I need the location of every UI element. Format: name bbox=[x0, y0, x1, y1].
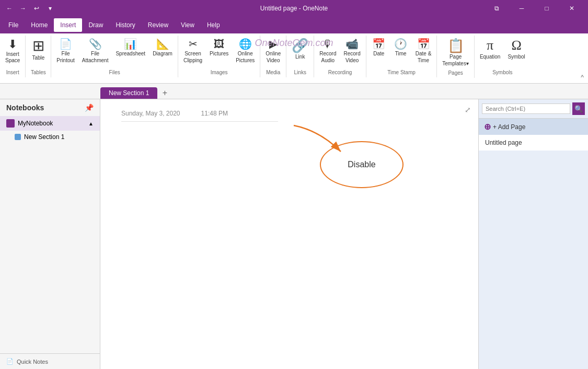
menu-help[interactable]: Help bbox=[201, 18, 226, 32]
ribbon-group-media: ▶ OnlineVideo Media bbox=[260, 36, 286, 77]
restore-button[interactable]: □ bbox=[535, 0, 559, 17]
page-item-untitled[interactable]: Untitled page bbox=[479, 135, 588, 151]
file-attachment-icon: 📎 bbox=[89, 39, 102, 49]
ribbon-group-pages: 📋 PageTemplates▾ Pages bbox=[437, 36, 475, 78]
file-attachment-button[interactable]: 📎 FileAttachment bbox=[79, 37, 112, 66]
time-label: Time bbox=[395, 50, 407, 57]
page-time: 11:48 PM bbox=[201, 110, 228, 117]
files-buttons: 📄 FilePrintout 📎 FileAttachment 📊 Spread… bbox=[53, 37, 176, 68]
screen-clipping-button[interactable]: ✂ ScreenClipping bbox=[180, 37, 205, 66]
section-tab-new-section-1[interactable]: New Section 1 bbox=[100, 87, 157, 99]
forward-button[interactable]: → bbox=[18, 3, 28, 14]
right-panel: 🔍 ⊕ + Add Page Untitled page bbox=[478, 99, 588, 369]
spreadsheet-button[interactable]: 📊 Spreadsheet bbox=[112, 37, 148, 59]
date-button[interactable]: 📅 Date bbox=[368, 37, 389, 59]
quick-notes-icon: 📄 bbox=[6, 358, 14, 365]
back-button[interactable]: ← bbox=[4, 3, 15, 14]
disable-label: Disable bbox=[348, 160, 375, 169]
link-button[interactable]: 🔗 Link bbox=[289, 37, 312, 62]
diagram-button[interactable]: 📐 Diagram bbox=[149, 37, 176, 59]
online-video-button[interactable]: ▶ OnlineVideo bbox=[262, 37, 284, 66]
files-group-label: Files bbox=[107, 68, 122, 76]
search-icon: 🔍 bbox=[574, 105, 583, 113]
undo-button[interactable]: ↩ bbox=[31, 3, 42, 14]
notebooks-title: Notebooks bbox=[6, 103, 44, 112]
title-bar-left: ← → ↩ ▾ bbox=[4, 3, 55, 14]
ribbon-collapse-button[interactable]: ^ bbox=[581, 74, 584, 81]
recording-group-label: Recording bbox=[326, 68, 354, 76]
section-icon bbox=[15, 134, 21, 140]
menu-history[interactable]: History bbox=[109, 18, 141, 32]
file-attachment-label: FileAttachment bbox=[82, 50, 109, 64]
pages-group-label: Pages bbox=[446, 69, 465, 77]
insert-group-label: Insert bbox=[4, 68, 21, 76]
quick-notes-item[interactable]: 📄 Quick Notes bbox=[0, 353, 100, 369]
section-item-new-section-1[interactable]: New Section 1 bbox=[0, 131, 100, 143]
spreadsheet-label: Spreadsheet bbox=[116, 50, 145, 57]
images-buttons: ✂ ScreenClipping 🖼 Pictures 🌐 OnlinePict… bbox=[180, 37, 258, 68]
menu-view[interactable]: View bbox=[175, 18, 201, 32]
file-printout-icon: 📄 bbox=[59, 39, 72, 49]
ribbon-group-tables: ⊞ Table Tables bbox=[26, 36, 51, 77]
record-audio-button[interactable]: 🎙 RecordAudio bbox=[316, 37, 339, 66]
recording-buttons: 🎙 RecordAudio 📹 RecordVideo bbox=[316, 37, 364, 68]
online-pictures-button[interactable]: 🌐 OnlinePictures bbox=[233, 37, 258, 66]
symbols-group-label: Symbols bbox=[490, 68, 514, 76]
menu-insert[interactable]: Insert bbox=[54, 18, 82, 32]
date-icon: 📅 bbox=[372, 39, 385, 49]
close-button[interactable]: ✕ bbox=[560, 0, 584, 17]
search-button[interactable]: 🔍 bbox=[572, 102, 585, 115]
main-layout: Notebooks 📌 MyNotebook ▲ New Section 1 📄… bbox=[0, 99, 588, 369]
date-time-button[interactable]: 📅 Date &Time bbox=[412, 37, 435, 66]
ribbon-group-images: ✂ ScreenClipping 🖼 Pictures 🌐 OnlinePict… bbox=[178, 36, 260, 77]
media-group-label: Media bbox=[264, 68, 282, 76]
add-page-button[interactable]: ⊕ + Add Page bbox=[479, 119, 588, 135]
window-title: Untitled page - OneNote bbox=[260, 5, 328, 12]
ribbon-group-files: 📄 FilePrintout 📎 FileAttachment 📊 Spread… bbox=[51, 36, 178, 77]
ribbon-group-recording: 🎙 RecordAudio 📹 RecordVideo Recording bbox=[314, 36, 366, 77]
images-group-label: Images bbox=[209, 68, 230, 76]
disable-callout: Disable bbox=[320, 141, 403, 188]
spreadsheet-icon: 📊 bbox=[124, 39, 137, 49]
pictures-button[interactable]: 🖼 Pictures bbox=[206, 37, 232, 59]
insert-space-button[interactable]: ⬇ InsertSpace bbox=[2, 37, 23, 66]
equation-label: Equation bbox=[480, 53, 500, 60]
title-bar: ← → ↩ ▾ Untitled page - OneNote ⧉ ─ □ ✕ bbox=[0, 0, 588, 17]
pages-buttons: 📋 PageTemplates▾ bbox=[439, 37, 472, 69]
my-notebook-item[interactable]: MyNotebook ▲ bbox=[0, 116, 100, 131]
insert-buttons: ⬇ InsertSpace bbox=[2, 37, 23, 68]
expand-button[interactable]: ⤢ bbox=[462, 103, 474, 116]
media-buttons: ▶ OnlineVideo bbox=[262, 37, 284, 68]
record-video-icon: 📹 bbox=[345, 39, 359, 49]
restore-app-button[interactable]: ⧉ bbox=[485, 0, 509, 17]
ribbon-groups: ⬇ InsertSpace Insert ⊞ Table Tables 📄 bbox=[0, 36, 588, 83]
menu-file[interactable]: File bbox=[2, 18, 25, 32]
menu-review[interactable]: Review bbox=[142, 18, 175, 32]
pin-icon[interactable]: 📌 bbox=[85, 103, 94, 112]
file-printout-button[interactable]: 📄 FilePrintout bbox=[53, 37, 77, 66]
content-area: Sunday, May 3, 2020 11:48 PM Disable ⤢ bbox=[100, 99, 478, 369]
symbol-button[interactable]: Ω Symbol bbox=[504, 37, 528, 62]
timestamp-group-label: Time Stamp bbox=[385, 68, 418, 76]
quick-access-dropdown[interactable]: ▾ bbox=[45, 3, 55, 14]
equation-button[interactable]: π Equation bbox=[477, 37, 503, 62]
minimize-button[interactable]: ─ bbox=[510, 0, 534, 17]
search-input[interactable] bbox=[482, 103, 570, 114]
record-audio-icon: 🎙 bbox=[322, 39, 333, 49]
link-icon: 🔗 bbox=[292, 39, 308, 52]
date-time-label: Date &Time bbox=[416, 50, 432, 64]
table-button[interactable]: ⊞ Table bbox=[28, 37, 49, 63]
add-page-plus-icon: ⊕ bbox=[484, 122, 491, 132]
online-pictures-label: OnlinePictures bbox=[236, 50, 255, 64]
table-label: Table bbox=[32, 54, 44, 61]
page-templates-icon: 📋 bbox=[447, 39, 464, 52]
menu-draw[interactable]: Draw bbox=[82, 18, 109, 32]
section-name: New Section 1 bbox=[24, 133, 64, 141]
page-templates-button[interactable]: 📋 PageTemplates▾ bbox=[439, 37, 472, 69]
menu-home[interactable]: Home bbox=[25, 18, 54, 32]
pictures-label: Pictures bbox=[210, 50, 228, 57]
notebook-name: MyNotebook bbox=[18, 120, 53, 127]
add-section-button[interactable]: + bbox=[158, 87, 171, 99]
record-video-button[interactable]: 📹 RecordVideo bbox=[340, 37, 363, 66]
time-button[interactable]: 🕐 Time bbox=[390, 37, 411, 59]
